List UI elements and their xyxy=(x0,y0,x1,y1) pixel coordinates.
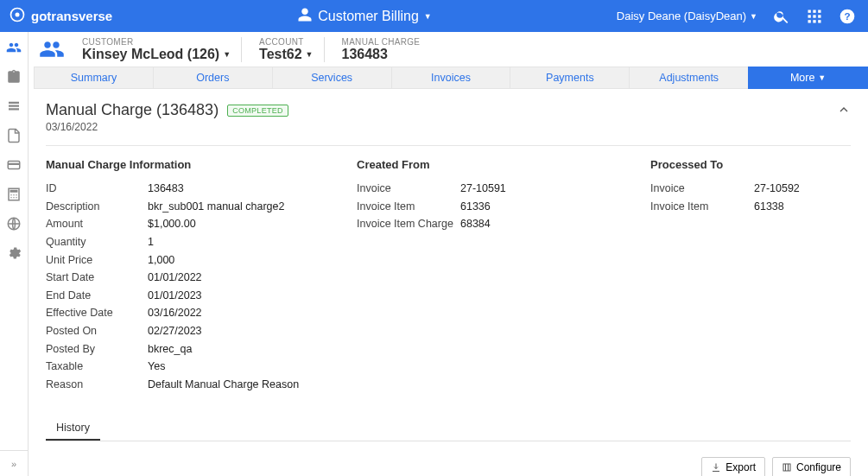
breadcrumb-account[interactable]: ACCOUNT Test62▼ xyxy=(249,37,324,62)
export-button[interactable]: Export xyxy=(701,457,765,477)
created-heading: Created From xyxy=(357,158,616,171)
svg-rect-7 xyxy=(818,15,820,17)
svg-point-21 xyxy=(13,197,15,199)
configure-button[interactable]: Configure xyxy=(772,457,851,477)
svg-text:?: ? xyxy=(844,10,850,22)
nav-doc-icon[interactable] xyxy=(5,127,22,144)
help-icon[interactable]: ? xyxy=(839,8,856,25)
caret-down-icon: ▼ xyxy=(306,50,314,59)
processed-invoice-link[interactable]: 27-10592 xyxy=(754,180,800,198)
brand-icon xyxy=(9,6,26,26)
nav-customers-icon[interactable] xyxy=(5,39,22,56)
brand-logo[interactable]: gotransverse xyxy=(9,6,112,26)
svg-point-17 xyxy=(10,194,12,196)
svg-rect-2 xyxy=(808,10,811,12)
processed-invoice-item-link[interactable]: 61338 xyxy=(754,198,784,216)
tab-adjustments[interactable]: Adjustments xyxy=(629,67,748,89)
tab-more[interactable]: More▼ xyxy=(748,67,868,89)
breadcrumb: CUSTOMER Kinsey McLeod (126)▼ ACCOUNT Te… xyxy=(29,32,868,67)
nav-db-icon[interactable] xyxy=(5,98,22,115)
svg-rect-9 xyxy=(813,20,815,22)
nav-globe-icon[interactable] xyxy=(5,215,22,232)
tab-orders[interactable]: Orders xyxy=(153,67,272,89)
svg-point-20 xyxy=(10,197,12,199)
created-invoice-item-link[interactable]: 61336 xyxy=(460,198,491,216)
nav-gear-icon[interactable] xyxy=(5,244,22,262)
info-heading: Manual Charge Information xyxy=(46,158,322,171)
svg-point-1 xyxy=(16,13,20,17)
nav-clipboard-icon[interactable] xyxy=(5,68,22,86)
topbar-center[interactable]: Customer Billing ▼ xyxy=(112,7,617,26)
caret-down-icon: ▼ xyxy=(424,12,432,21)
customer-icon xyxy=(39,36,65,62)
tab-history[interactable]: History xyxy=(46,415,100,441)
svg-rect-16 xyxy=(10,190,18,193)
nav-calc-icon[interactable] xyxy=(5,186,22,203)
tab-summary[interactable]: Summary xyxy=(34,67,153,89)
brand-text: gotransverse xyxy=(31,9,112,23)
svg-rect-14 xyxy=(8,163,20,165)
topbar-center-label: Customer Billing xyxy=(318,9,418,24)
topbar: gotransverse Customer Billing ▼ Daisy De… xyxy=(0,0,868,32)
apps-icon[interactable] xyxy=(806,8,823,25)
svg-rect-24 xyxy=(783,464,790,471)
section-date: 03/16/2022 xyxy=(46,121,851,133)
caret-down-icon: ▼ xyxy=(818,73,826,82)
svg-point-18 xyxy=(13,194,15,196)
left-nav: » xyxy=(0,32,29,476)
svg-rect-4 xyxy=(818,10,820,12)
nav-expand-icon[interactable]: » xyxy=(0,450,28,476)
svg-rect-5 xyxy=(808,15,811,17)
svg-rect-6 xyxy=(813,15,815,17)
nav-card-icon[interactable] xyxy=(5,156,22,174)
caret-down-icon: ▼ xyxy=(750,12,757,21)
page-title: Manual Charge (136483) xyxy=(46,101,219,119)
svg-rect-8 xyxy=(808,20,811,22)
svg-point-22 xyxy=(16,197,17,199)
search-icon[interactable] xyxy=(773,8,790,25)
tab-payments[interactable]: Payments xyxy=(510,67,629,89)
svg-rect-10 xyxy=(818,20,820,22)
breadcrumb-customer[interactable]: CUSTOMER Kinsey McLeod (126)▼ xyxy=(72,37,242,62)
svg-rect-3 xyxy=(813,10,815,12)
status-badge: COMPLETED xyxy=(227,105,288,117)
user-menu[interactable]: Daisy Deane (DaisyDean) ▼ xyxy=(617,10,757,22)
breadcrumb-manual-charge: MANUAL CHARGE 136483 xyxy=(332,37,431,62)
tab-invoices[interactable]: Invoices xyxy=(391,67,510,89)
tab-services[interactable]: Services xyxy=(272,67,391,89)
tabs: Summary Orders Services Invoices Payment… xyxy=(34,67,868,89)
caret-down-icon: ▼ xyxy=(223,50,231,59)
svg-point-19 xyxy=(16,194,17,196)
collapse-icon[interactable] xyxy=(837,103,851,119)
processed-heading: Processed To xyxy=(650,158,800,171)
user-icon xyxy=(297,7,313,26)
user-name-label: Daisy Deane (DaisyDean) xyxy=(617,10,746,22)
created-invoice-link[interactable]: 27-10591 xyxy=(460,180,506,198)
